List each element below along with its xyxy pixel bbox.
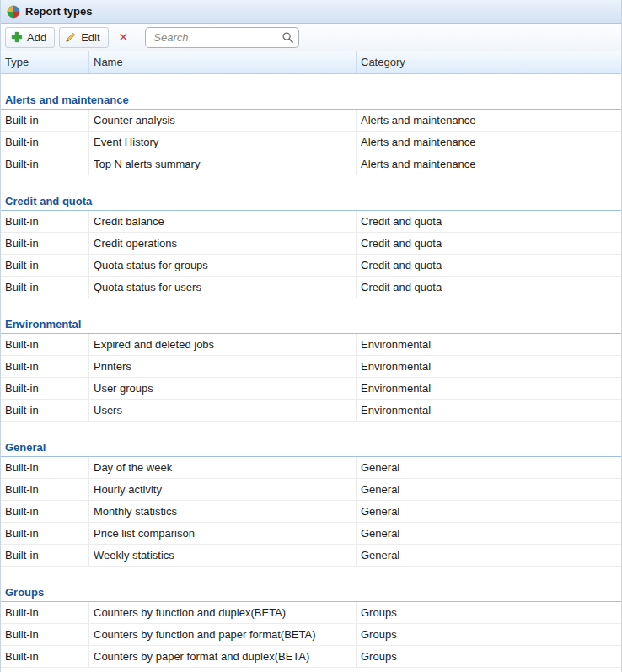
cell-category: Alerts and maintenance — [357, 132, 621, 153]
cell-type: Built-in — [1, 523, 89, 544]
table-row[interactable]: Built-inCounters by function and duplex(… — [1, 602, 621, 624]
cell-name: Quota status for users — [89, 277, 357, 298]
group-header-label: General — [5, 441, 46, 454]
group-header[interactable]: Alerts and maintenance — [1, 74, 621, 110]
table-row[interactable]: Built-inCredit operationsCredit and quot… — [1, 233, 621, 255]
search-field — [145, 27, 299, 48]
cell-name: Top N alerts summary — [89, 153, 357, 175]
cell-name: Price list comparison — [89, 523, 357, 544]
group-header[interactable]: Groups — [1, 567, 621, 602]
table-row[interactable]: Built-inUsersEnvironmental — [1, 400, 621, 422]
group-header[interactable]: Environmental — [1, 298, 621, 334]
cell-category: Environmental — [357, 378, 621, 399]
column-header-name-label: Name — [94, 56, 123, 68]
table-row[interactable]: Built-inEvent HistoryAlerts and maintena… — [1, 132, 621, 153]
column-header-category-label: Category — [361, 56, 405, 68]
table-row[interactable]: Built-inCredit balanceCredit and quota — [1, 211, 621, 233]
pencil-icon — [65, 31, 77, 43]
add-button[interactable]: Add — [5, 27, 55, 48]
cell-category: Groups — [357, 602, 621, 623]
table-row[interactable]: Built-inExpired and deleted jobsEnvironm… — [1, 334, 621, 356]
cell-type: Built-in — [1, 624, 89, 645]
cell-name: Weekly statistics — [89, 545, 357, 566]
cell-type: Built-in — [1, 132, 89, 153]
window-title: Report types — [25, 5, 92, 18]
table-row[interactable]: Built-inCounter analysisAlerts and maint… — [1, 110, 621, 132]
table-row[interactable]: Built-inUser groupsEnvironmental — [1, 378, 621, 400]
table-row[interactable]: Built-inPrintersEnvironmental — [1, 356, 621, 378]
cell-category: Environmental — [357, 356, 621, 377]
edit-button[interactable]: Edit — [59, 27, 108, 48]
cell-name: Printers — [89, 356, 357, 377]
cell-type: Built-in — [1, 233, 89, 254]
cell-type: Built-in — [1, 602, 89, 623]
cell-name: Counters by function and duplex(BETA) — [89, 602, 357, 623]
cell-name: Counters by function and paper format(BE… — [89, 624, 357, 645]
table-row[interactable]: Built-inPrice list comparisonGeneral — [1, 523, 621, 545]
grid-column-headers: Type Name Category — [1, 51, 621, 74]
report-types-panel: Report types Add Edit ✕ — [0, 0, 622, 672]
cell-category: Environmental — [357, 334, 621, 355]
table-row[interactable]: Built-inHourly activityGeneral — [1, 479, 621, 501]
grid-body: Alerts and maintenanceBuilt-inCounter an… — [1, 74, 621, 668]
cell-category: General — [357, 545, 621, 566]
table-row[interactable]: Built-inTop N alerts summaryAlerts and m… — [1, 153, 621, 175]
cell-type: Built-in — [1, 479, 89, 500]
cell-category: Environmental — [357, 400, 621, 421]
cell-type: Built-in — [1, 457, 89, 478]
cell-type: Built-in — [1, 277, 89, 298]
cell-type: Built-in — [1, 153, 89, 175]
cell-name: Event History — [89, 132, 357, 153]
group-header[interactable]: General — [1, 422, 621, 457]
red-x-icon: ✕ — [119, 31, 129, 43]
cell-category: Credit and quota — [357, 211, 621, 232]
cell-type: Built-in — [1, 545, 89, 566]
pie-chart-icon — [7, 5, 20, 19]
cell-category: Groups — [357, 624, 621, 645]
toolbar: Add Edit ✕ — [1, 24, 621, 51]
group-header[interactable]: Credit and quota — [1, 175, 621, 211]
column-header-name[interactable]: Name — [89, 51, 357, 73]
titlebar: Report types — [1, 0, 621, 24]
cell-category: General — [357, 523, 621, 544]
cell-category: Alerts and maintenance — [357, 153, 621, 175]
delete-button[interactable]: ✕ — [113, 27, 135, 48]
table-row[interactable]: Built-inCounters by function and paper f… — [1, 624, 621, 646]
cell-type: Built-in — [1, 501, 89, 522]
column-header-type[interactable]: Type — [1, 51, 89, 73]
table-row[interactable]: Built-inQuota status for groupsCredit an… — [1, 255, 621, 277]
cell-type: Built-in — [1, 255, 89, 276]
column-header-category[interactable]: Category — [357, 51, 621, 73]
cell-category: Credit and quota — [357, 233, 621, 254]
group-header-label: Groups — [5, 586, 44, 599]
column-header-type-label: Type — [5, 56, 29, 68]
table-row[interactable]: Built-inQuota status for usersCredit and… — [1, 277, 621, 298]
add-button-label: Add — [27, 31, 46, 44]
cell-name: Hourly activity — [89, 479, 357, 500]
table-row[interactable]: Built-inDay of the weekGeneral — [1, 457, 621, 479]
cell-category: Credit and quota — [357, 277, 621, 298]
cell-name: Credit balance — [89, 211, 357, 232]
plus-icon — [11, 31, 23, 43]
table-row[interactable]: Built-inMonthly statisticsGeneral — [1, 501, 621, 523]
cell-type: Built-in — [1, 211, 89, 232]
cell-category: Alerts and maintenance — [357, 110, 621, 131]
cell-type: Built-in — [1, 378, 89, 399]
cell-category: Groups — [357, 646, 621, 667]
cell-type: Built-in — [1, 400, 89, 421]
cell-type: Built-in — [1, 356, 89, 377]
cell-type: Built-in — [1, 646, 89, 667]
cell-name: Counters by paper format and duplex(BETA… — [89, 646, 357, 667]
table-row[interactable]: Built-inWeekly statisticsGeneral — [1, 545, 621, 567]
table-row[interactable]: Built-inCounters by paper format and dup… — [1, 646, 621, 668]
cell-name: User groups — [89, 378, 357, 399]
cell-name: Counter analysis — [89, 110, 357, 131]
cell-name: Quota status for groups — [89, 255, 357, 276]
edit-button-label: Edit — [81, 31, 99, 44]
cell-name: Credit operations — [89, 233, 357, 254]
group-header-label: Alerts and maintenance — [5, 94, 129, 106]
search-icon[interactable] — [282, 31, 294, 44]
cell-category: Credit and quota — [357, 255, 621, 276]
search-input[interactable] — [145, 27, 299, 48]
cell-category: General — [357, 457, 621, 478]
